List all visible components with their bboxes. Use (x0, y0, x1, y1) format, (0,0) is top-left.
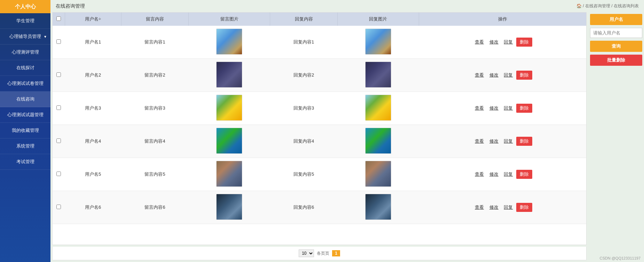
cell-reply-img (337, 158, 419, 191)
delete-button[interactable]: 删除 (516, 71, 532, 80)
cell-username: 用户名5 (65, 158, 121, 191)
edit-button[interactable]: 修改 (487, 104, 501, 112)
table-row: 用户名6 留言内容6 回复内容6 查看 修改 回复 删除 (53, 191, 586, 224)
message-image (216, 161, 242, 187)
cell-message: 留言内容4 (121, 125, 188, 158)
page-size-select[interactable]: 10 20 50 (299, 249, 314, 257)
delete-button[interactable]: 删除 (516, 203, 532, 212)
view-button[interactable]: 查看 (473, 71, 486, 79)
cell-actions: 查看 修改 回复 删除 (419, 59, 586, 92)
edit-button[interactable]: 修改 (487, 203, 501, 212)
sidebar-item-student[interactable]: 学生管理 (0, 13, 50, 29)
cell-reply-img (337, 59, 419, 92)
sidebar-item-assessment[interactable]: 心理测评管理 (0, 45, 50, 60)
cell-username: 用户名6 (65, 191, 121, 224)
view-button[interactable]: 查看 (473, 104, 486, 112)
view-button[interactable]: 查看 (473, 170, 486, 178)
sidebar-item-favorites[interactable]: 我的收藏管理 (0, 123, 50, 138)
row-checkbox[interactable] (56, 105, 61, 110)
cell-message: 留言内容6 (121, 191, 188, 224)
row-checkbox[interactable] (56, 205, 61, 209)
reply-image (365, 194, 391, 220)
cell-message-img (189, 125, 270, 158)
delete-button[interactable]: 删除 (516, 38, 532, 47)
cell-message-img (189, 26, 270, 59)
select-all-header (53, 13, 65, 26)
row-checkbox[interactable] (56, 72, 61, 77)
delete-button[interactable]: 删除 (516, 137, 532, 146)
cell-actions: 查看 修改 回复 删除 (419, 92, 586, 125)
reply-button[interactable]: 回复 (502, 104, 515, 112)
cell-message-img (189, 92, 270, 125)
reply-button[interactable]: 回复 (502, 170, 515, 178)
cell-reply-img (337, 92, 419, 125)
cell-message: 留言内容5 (121, 158, 188, 191)
cell-message: 留言内容2 (121, 59, 188, 92)
sidebar-item-question-mgr[interactable]: 心理测试试题管理 (0, 107, 50, 123)
chevron-down-icon: ▼ (44, 35, 47, 39)
col-username: 用户名÷ (65, 13, 121, 26)
table-row: 用户名4 留言内容4 回复内容4 查看 修改 回复 删除 (53, 125, 586, 158)
cell-actions: 查看 修改 回复 删除 (419, 125, 586, 158)
current-page: 1 (332, 250, 340, 256)
edit-button[interactable]: 修改 (487, 137, 501, 145)
reply-image (365, 161, 391, 187)
row-checkbox[interactable] (56, 39, 61, 44)
username-filter-input[interactable] (590, 28, 642, 38)
delete-button[interactable]: 删除 (516, 104, 532, 113)
delete-button[interactable]: 删除 (516, 170, 532, 179)
cell-username: 用户名3 (65, 92, 121, 125)
sidebar-item-system[interactable]: 系统管理 (0, 138, 50, 154)
cell-username: 用户名1 (65, 26, 121, 59)
select-all-checkbox[interactable] (56, 16, 61, 21)
col-reply: 回复内容 (270, 13, 337, 26)
reply-button[interactable]: 回复 (502, 137, 515, 145)
reply-image (365, 95, 391, 121)
cell-actions: 查看 修改 回复 删除 (419, 191, 586, 224)
sidebar-item-exam-mgr[interactable]: 心理测试试卷管理 (0, 76, 50, 92)
table-row: 用户名2 留言内容2 回复内容2 查看 修改 回复 删除 (53, 59, 586, 92)
cell-reply-img (337, 26, 419, 59)
sidebar-header: 个人中心 (0, 0, 50, 13)
view-button[interactable]: 查看 (473, 38, 486, 46)
cell-message: 留言内容3 (121, 92, 188, 125)
cell-reply-img (337, 125, 419, 158)
home-icon: 🏠 (576, 3, 582, 8)
edit-button[interactable]: 修改 (487, 38, 501, 46)
table-row: 用户名5 留言内容5 回复内容5 查看 修改 回复 删除 (53, 158, 586, 191)
sidebar-item-exam[interactable]: 考试管理 (0, 154, 50, 170)
col-message-img: 留言图片 (189, 13, 270, 26)
reply-button[interactable]: 回复 (502, 203, 515, 212)
cell-reply-img (337, 191, 419, 224)
query-button[interactable]: 查询 (590, 41, 642, 52)
sidebar-item-consult[interactable]: 在线咨询 (0, 92, 50, 107)
sidebar: 个人中心 学生管理 心理辅导员管理 ▼ 心理测评管理 在线探讨 心理测试试卷管理… (0, 0, 50, 262)
row-checkbox-cell (53, 191, 65, 224)
consult-table: 用户名÷ 留言内容 留言图片 回复内容 回复图片 操作 用户名1 留言内容1 (53, 13, 586, 224)
breadcrumb-path2: 在线咨询列表 (614, 3, 639, 8)
data-table-area: 用户名÷ 留言内容 留言图片 回复内容 回复图片 操作 用户名1 留言内容1 (52, 12, 587, 245)
row-checkbox-cell (53, 59, 65, 92)
cell-reply: 回复内容3 (270, 92, 337, 125)
reply-button[interactable]: 回复 (502, 38, 515, 46)
row-checkbox[interactable] (56, 138, 61, 143)
reply-button[interactable]: 回复 (502, 71, 515, 79)
sidebar-item-discussion[interactable]: 在线探讨 (0, 60, 50, 76)
row-checkbox[interactable] (56, 172, 61, 176)
batch-delete-button[interactable]: 批量删除 (590, 55, 642, 66)
page-label: 各页页 (317, 251, 329, 256)
cell-actions: 查看 修改 回复 删除 (419, 26, 586, 59)
view-button[interactable]: 查看 (473, 137, 486, 145)
footer-credit: CSDN @QQ123311197 (599, 256, 641, 260)
sidebar-item-counselor[interactable]: 心理辅导员管理 ▼ (0, 29, 50, 45)
edit-button[interactable]: 修改 (487, 71, 501, 79)
message-image (216, 194, 242, 220)
content-area: 用户名÷ 留言内容 留言图片 回复内容 回复图片 操作 用户名1 留言内容1 (50, 12, 644, 262)
cell-username: 用户名2 (65, 59, 121, 92)
cell-message-img (189, 191, 270, 224)
view-button[interactable]: 查看 (473, 203, 486, 212)
breadcrumb: 🏠 / 在线咨询管理 / 在线咨询列表 (576, 3, 639, 9)
reply-image (365, 29, 391, 55)
edit-button[interactable]: 修改 (487, 170, 501, 178)
cell-username: 用户名4 (65, 125, 121, 158)
